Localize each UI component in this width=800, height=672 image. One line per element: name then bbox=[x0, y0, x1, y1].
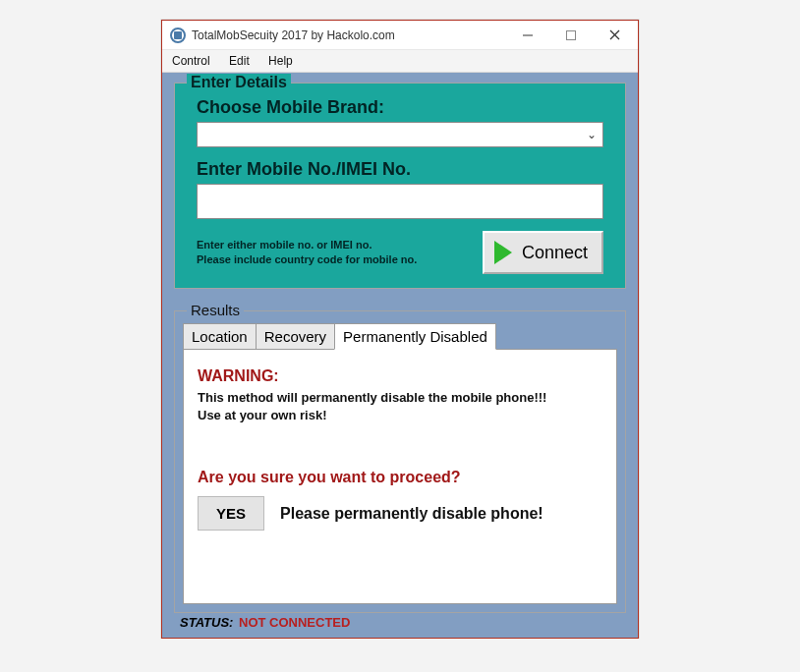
results-title: Results bbox=[187, 302, 244, 318]
warning-text: This method will permanently disable the… bbox=[198, 389, 602, 423]
warning-heading: WARNING: bbox=[198, 367, 602, 385]
tab-strip: Location Recovery Permanently Disabled bbox=[183, 323, 617, 350]
connect-label: Connect bbox=[522, 243, 588, 263]
titlebar: TotalMobSecuity 2017 by Hackolo.com bbox=[162, 21, 638, 50]
hint-line1: Enter either mobile no. or IMEI no. bbox=[197, 239, 371, 251]
results-panel: Results Location Recovery Permanently Di… bbox=[174, 310, 626, 613]
status-label: STATUS: bbox=[180, 615, 233, 630]
chevron-down-icon: ⌄ bbox=[587, 129, 597, 140]
brand-select[interactable]: ⌄ bbox=[197, 122, 603, 147]
play-icon bbox=[494, 241, 512, 264]
close-button[interactable] bbox=[593, 21, 636, 50]
proceed-question: Are you sure you want to proceed? bbox=[198, 469, 602, 486]
status-bar: STATUS: NOT CONNECTED bbox=[174, 613, 626, 634]
client-area: Enter Details Choose Mobile Brand: ⌄ Ent… bbox=[162, 73, 638, 638]
enter-details-title: Enter Details bbox=[187, 74, 291, 91]
menubar: Control Edit Help bbox=[162, 50, 638, 73]
maximize-icon bbox=[566, 30, 576, 40]
menu-help[interactable]: Help bbox=[268, 54, 293, 68]
enter-details-panel: Enter Details Choose Mobile Brand: ⌄ Ent… bbox=[174, 83, 626, 289]
brand-label: Choose Mobile Brand: bbox=[197, 97, 603, 118]
warning-line2: Use at your own risk! bbox=[198, 408, 326, 422]
tab-permanently-disabled[interactable]: Permanently Disabled bbox=[334, 323, 496, 350]
yes-button[interactable]: YES bbox=[198, 496, 264, 531]
menu-control[interactable]: Control bbox=[172, 54, 210, 68]
window-title: TotalMobSecuity 2017 by Hackolo.com bbox=[192, 28, 506, 42]
connect-button[interactable]: Connect bbox=[483, 231, 603, 274]
maximize-button[interactable] bbox=[549, 21, 593, 50]
imei-input[interactable] bbox=[197, 184, 603, 219]
minimize-icon bbox=[523, 30, 533, 40]
status-value: NOT CONNECTED bbox=[239, 615, 350, 630]
tab-location[interactable]: Location bbox=[183, 323, 257, 350]
app-icon bbox=[170, 28, 186, 43]
tab-body: WARNING: This method will permanently di… bbox=[183, 349, 617, 604]
hint-line2: Please include country code for mobile n… bbox=[197, 253, 417, 265]
input-hint: Enter either mobile no. or IMEI no. Plea… bbox=[197, 238, 417, 268]
tab-recovery[interactable]: Recovery bbox=[256, 323, 335, 350]
imei-label: Enter Mobile No./IMEI No. bbox=[197, 159, 603, 180]
menu-edit[interactable]: Edit bbox=[229, 54, 250, 68]
app-window: TotalMobSecuity 2017 by Hackolo.com Cont… bbox=[161, 20, 639, 639]
warning-line1: This method will permanently disable the… bbox=[198, 390, 546, 405]
proceed-message: Please permanently disable phone! bbox=[280, 505, 543, 523]
minimize-button[interactable] bbox=[506, 21, 549, 50]
close-icon bbox=[609, 29, 620, 40]
svg-rect-1 bbox=[567, 30, 576, 39]
